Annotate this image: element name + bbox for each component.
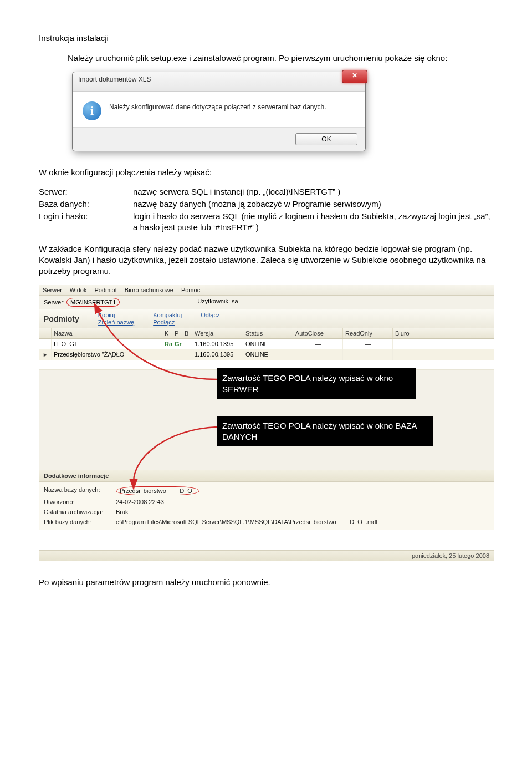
infobar: Serwer: MG\INSERTGT1 Użytkownik: sa	[39, 296, 494, 309]
user-value: sa	[232, 298, 238, 304]
dialog-footer: OK	[73, 127, 365, 151]
cell-b	[182, 339, 192, 349]
table-row[interactable]: LEO_GT Ra Gr 1.160.00.1395 ONLINE — —	[39, 339, 494, 349]
col-status[interactable]: Status	[243, 328, 293, 338]
link-zmien-nazwe[interactable]: Zmień nazwę	[98, 319, 134, 326]
detail-archiwizacja-label: Ostatnia archiwizacja:	[44, 509, 116, 515]
detail-nazwa-value: Przedsi_biorstwo____D_O_	[116, 486, 489, 495]
server-label: Serwer:	[44, 299, 65, 306]
def-login-label: Login i hasło:	[39, 211, 116, 233]
intro-paragraph: Należy uruchomić plik setup.exe i zainst…	[39, 53, 493, 64]
row-marker	[39, 339, 52, 349]
def-login-value: login i hasło do serwera SQL (nie mylić …	[133, 211, 493, 233]
dialog-body: i Należy skonfigurować dane dotyczące po…	[73, 92, 365, 127]
annotation-serwer: Zawartość TEGO POLA należy wpisać w okno…	[217, 368, 416, 399]
cell-k: Ra	[162, 339, 172, 349]
server-info: Serwer: MG\INSERTGT1	[44, 298, 120, 307]
cell-readonly: —	[343, 339, 393, 349]
row-marker: ▸	[39, 349, 52, 360]
config-sfera-paragraph: W zakładce Konfiguracja sfery należy pod…	[39, 243, 493, 277]
grid-header: Nazwa K P B Wersja Status AutoClose Read…	[39, 328, 494, 339]
detail-utworzono-label: Utworzono:	[44, 499, 116, 505]
detail-plik-label: Plik bazy danych:	[44, 519, 116, 525]
menu-podmiot[interactable]: Podmiot	[94, 287, 116, 293]
cell-biuro	[393, 349, 426, 360]
def-baza-label: Baza danych:	[39, 199, 116, 210]
cell-wersja: 1.160.00.1395	[192, 349, 243, 360]
def-serwer-label: Serwer:	[39, 186, 116, 197]
cell-k	[162, 349, 172, 360]
detail-nazwa-circled: Przedsi_biorstwo____D_O_	[116, 486, 200, 495]
detail-nazwa-label: Nazwa bazy danych:	[44, 486, 116, 495]
podmioty-title: Podmioty	[44, 314, 86, 323]
menu-pomoc[interactable]: Pomoc	[181, 287, 200, 293]
cell-autoclose: —	[293, 349, 343, 360]
statusbar: poniedziałek, 25 lutego 2008	[39, 550, 494, 561]
definitions-table: Serwer: nazwę serwera SQL i instancji (n…	[39, 186, 493, 233]
server-value-circled: MG\INSERTGT1	[66, 298, 120, 307]
def-serwer-value: nazwę serwera SQL i instancji (np. „(loc…	[133, 186, 493, 197]
col-wersja[interactable]: Wersja	[192, 328, 243, 338]
ok-button[interactable]: OK	[295, 133, 357, 145]
cell-biuro	[393, 339, 426, 349]
link-kopiuj[interactable]: Kopiuj	[98, 312, 134, 318]
col-p[interactable]: P	[172, 328, 182, 338]
podmioty-links: Kopiuj Kompaktuj Odłącz Zmień nazwę Podł…	[98, 312, 220, 326]
cell-nazwa: Przedsiębiorstwo "ŻĄDŁO"	[52, 349, 162, 360]
dialog-screenshot: Import dokumentów XLS ✕ i Należy skonfig…	[72, 72, 366, 151]
menu-widok[interactable]: Widok	[70, 287, 87, 293]
link-kompaktuj[interactable]: Kompaktuj	[153, 312, 182, 318]
user-info: Użytkownik: sa	[197, 298, 238, 307]
app-screenshot: SSerwererwer Widok Podmiot Biuro rachunk…	[39, 285, 494, 561]
cell-autoclose: —	[293, 339, 343, 349]
podmioty-bar: Podmioty Kopiuj Kompaktuj Odłącz Zmień n…	[39, 309, 494, 328]
col-autoclose[interactable]: AutoClose	[293, 328, 343, 338]
after-dialog-paragraph: W oknie konfiguracji połączenia należy w…	[39, 167, 493, 178]
user-label: Użytkownik:	[197, 298, 230, 304]
def-baza-value: nazwę bazy danych (można ją zobaczyć w P…	[133, 199, 493, 210]
detail-utworzono-value: 24-02-2008 22:43	[116, 499, 489, 505]
cell-p	[172, 349, 182, 360]
cell-p: Gr	[172, 339, 182, 349]
close-button[interactable]: ✕	[342, 70, 367, 83]
cell-readonly: —	[343, 349, 393, 360]
dialog-titlebar: Import dokumentów XLS ✕	[73, 72, 365, 92]
cell-status: ONLINE	[243, 339, 293, 349]
menu-serwer[interactable]: SSerwererwer	[43, 287, 62, 293]
section-heading: Instrukcja instalacji	[39, 33, 493, 43]
col-readonly[interactable]: ReadOnly	[343, 328, 393, 338]
blank-area	[39, 530, 494, 550]
col-k[interactable]: K	[162, 328, 172, 338]
col-biuro[interactable]: Biuro	[393, 328, 426, 338]
cell-nazwa: LEO_GT	[52, 339, 162, 349]
link-podlacz[interactable]: Podłącz	[153, 319, 182, 326]
detail-archiwizacja-value: Brak	[116, 509, 489, 515]
table-row[interactable]: ▸ Przedsiębiorstwo "ŻĄDŁO" 1.160.00.1395…	[39, 349, 494, 360]
col-b[interactable]: B	[182, 328, 192, 338]
dialog-window: Import dokumentów XLS ✕ i Należy skonfig…	[72, 72, 366, 151]
dialog-title: Import dokumentów XLS	[78, 75, 151, 83]
info-icon: i	[83, 101, 101, 120]
close-icon: ✕	[352, 72, 357, 79]
link-odlacz[interactable]: Odłącz	[201, 312, 219, 318]
cell-wersja: 1.160.00.1395	[192, 339, 243, 349]
cell-b	[182, 349, 192, 360]
cell-status: ONLINE	[243, 349, 293, 360]
menu-biuro[interactable]: Biuro rachunkowe	[125, 287, 173, 293]
menubar: SSerwererwer Widok Podmiot Biuro rachunk…	[39, 285, 494, 296]
annotation-baza: Zawartość TEGO POLA należy wpisać w okno…	[217, 416, 433, 446]
additional-info-header: Dodatkowe informacje	[39, 470, 494, 482]
closing-paragraph: Po wpisaniu parametrów program należy ur…	[39, 577, 493, 588]
dialog-message: Należy skonfigurować dane dotyczące połą…	[109, 101, 326, 120]
col-nazwa[interactable]: Nazwa	[52, 328, 162, 338]
details-panel: Nazwa bazy danych: Przedsi_biorstwo____D…	[39, 482, 494, 530]
detail-plik-value: c:\Program Files\Microsoft SQL Server\MS…	[116, 519, 489, 525]
